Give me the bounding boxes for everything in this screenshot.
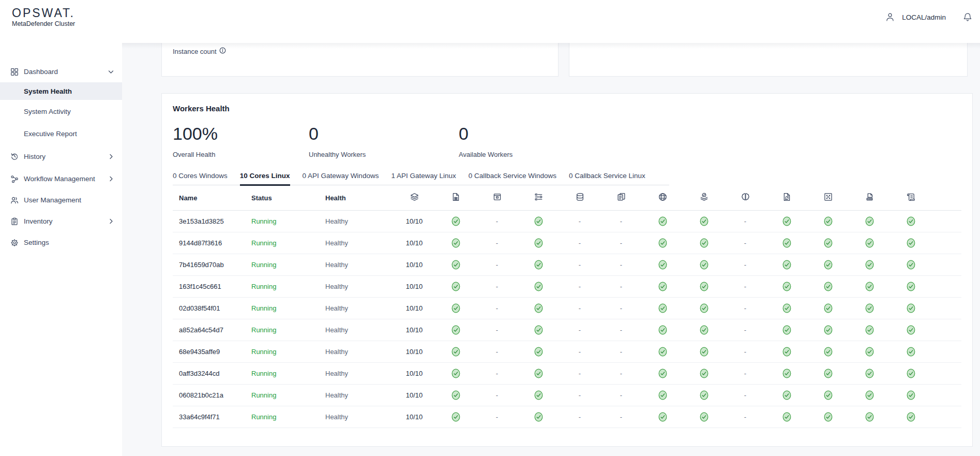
status-ok-icon xyxy=(766,216,807,226)
table-row: a852a64c54d7RunningHealthy10/10---- xyxy=(173,319,961,341)
status-ok-icon xyxy=(642,260,683,270)
sidebar-item-label: History xyxy=(24,153,46,160)
top-right-card xyxy=(569,43,968,77)
users-icon xyxy=(10,196,19,204)
empty-value: - xyxy=(476,304,518,312)
col-header-sliders xyxy=(518,193,559,203)
col-header-layers-check xyxy=(683,193,725,203)
col-header-globe xyxy=(642,193,683,203)
top-cards-row: Instance count xyxy=(161,43,973,77)
bell-icon[interactable] xyxy=(963,12,972,22)
col-header-name: Name xyxy=(173,194,251,202)
empty-value: - xyxy=(476,283,518,290)
tab-0-api-gateway-windows[interactable]: 0 API Gateway Windows xyxy=(303,172,379,186)
stat-unhealthy-workers: 0Unhealthy Workers xyxy=(309,124,459,158)
status-ok-icon xyxy=(766,325,807,335)
instance-count-label: Instance count xyxy=(173,48,217,55)
status-ok-icon xyxy=(435,412,476,422)
status-ok-icon xyxy=(435,347,476,357)
empty-value: - xyxy=(725,348,766,356)
table-row: 33a64c9f4f71RunningHealthy10/10---- xyxy=(173,406,961,428)
status-ok-icon xyxy=(518,216,559,226)
status-ok-icon xyxy=(518,238,559,248)
sidebar-item-executive-report[interactable]: Executive Report xyxy=(0,123,122,144)
status-ok-icon xyxy=(435,260,476,270)
stat-overall-health: 100%Overall Health xyxy=(173,124,309,158)
chevron-right-icon xyxy=(109,218,114,224)
status-ok-icon xyxy=(807,216,849,226)
empty-value: - xyxy=(559,304,600,312)
status-ok-icon xyxy=(890,390,931,400)
empty-value: - xyxy=(600,348,642,356)
chevron-right-icon xyxy=(109,176,114,182)
sidebar-item-system-health[interactable]: System Health xyxy=(0,82,122,100)
status-ok-icon xyxy=(683,282,725,291)
status-ok-icon xyxy=(766,412,807,422)
status-ok-icon xyxy=(849,347,890,357)
sidebar-item-inventory[interactable]: Inventory xyxy=(0,211,122,232)
clipboard-icon xyxy=(10,217,19,226)
empty-value: - xyxy=(725,239,766,247)
workers-health-title: Workers Health xyxy=(173,104,961,113)
sidebar-item-workflow-management[interactable]: Workflow Management xyxy=(0,168,122,189)
opswat-logo: OPSWAT. xyxy=(12,6,122,20)
file-table-icon xyxy=(451,193,460,203)
status-ok-icon xyxy=(807,282,849,291)
status-ok-icon xyxy=(890,282,931,291)
empty-value: - xyxy=(476,326,518,334)
tab-10-cores-linux[interactable]: 10 Cores Linux xyxy=(240,172,290,186)
tab-0-cores-windows[interactable]: 0 Cores Windows xyxy=(173,172,228,186)
worker-name: 060821b0c21a xyxy=(173,391,251,399)
file-refresh-icon xyxy=(782,193,791,203)
brand[interactable]: OPSWAT. MetaDefender Cluster xyxy=(0,0,122,27)
sidebar-item-system-activity[interactable]: System Activity xyxy=(0,100,122,123)
sidebar-item-label: Workflow Management xyxy=(24,175,95,183)
status-ok-icon xyxy=(518,412,559,422)
sidebar-item-settings[interactable]: Settings xyxy=(0,232,122,253)
status-ok-icon xyxy=(890,260,931,270)
status-ok-icon xyxy=(683,325,725,335)
worker-cores: 10/10 xyxy=(394,304,435,312)
status-ok-icon xyxy=(890,325,931,335)
status-ok-icon xyxy=(849,303,890,313)
status-ok-icon xyxy=(435,216,476,226)
workers-health-card: Workers Health 100%Overall Health0Unheal… xyxy=(161,93,973,447)
status-ok-icon xyxy=(849,282,890,291)
empty-value: - xyxy=(476,370,518,377)
table-row: 68e9435affe9RunningHealthy10/10---- xyxy=(173,341,961,363)
status-ok-icon xyxy=(435,238,476,248)
tab-0-callback-service-linux[interactable]: 0 Callback Service Linux xyxy=(569,172,645,186)
worker-health: Healthy xyxy=(325,391,394,399)
tab-0-callback-service-windows[interactable]: 0 Callback Service Windows xyxy=(469,172,556,186)
table-row: 060821b0c21aRunningHealthy10/10---- xyxy=(173,385,961,406)
empty-value: - xyxy=(476,261,518,269)
col-header-scroll xyxy=(890,193,931,203)
empty-value: - xyxy=(559,239,600,247)
user-name[interactable]: LOCAL/admin xyxy=(902,13,946,21)
status-ok-icon xyxy=(435,303,476,313)
status-ok-icon xyxy=(766,282,807,291)
sidebar-item-history[interactable]: History xyxy=(0,144,122,168)
instance-count-card: Instance count xyxy=(161,43,559,77)
worker-status: Running xyxy=(251,283,325,290)
worker-cores: 10/10 xyxy=(394,326,435,334)
app: LOCAL/admin OPSWAT. MetaDefender Cluster… xyxy=(0,0,980,456)
status-ok-icon xyxy=(518,260,559,270)
brain-icon xyxy=(741,193,750,203)
status-ok-icon xyxy=(642,347,683,357)
sidebar-item-user-management[interactable]: User Management xyxy=(0,189,122,211)
sidebar-item-dashboard[interactable]: Dashboard xyxy=(0,61,122,82)
empty-value: - xyxy=(476,217,518,225)
empty-value: - xyxy=(559,217,600,225)
worker-type-tabs: 0 Cores Windows10 Cores Linux0 API Gatew… xyxy=(173,172,669,185)
tab-1-api-gateway-linux[interactable]: 1 API Gateway Linux xyxy=(391,172,456,186)
empty-value: - xyxy=(476,391,518,399)
status-ok-icon xyxy=(518,303,559,313)
worker-status: Running xyxy=(251,348,325,356)
status-ok-icon xyxy=(683,369,725,378)
table-row: 02d038f54f01RunningHealthy10/10---- xyxy=(173,298,961,319)
info-icon[interactable] xyxy=(219,47,226,55)
status-ok-icon xyxy=(890,303,931,313)
status-ok-icon xyxy=(518,390,559,400)
status-ok-icon xyxy=(849,216,890,226)
